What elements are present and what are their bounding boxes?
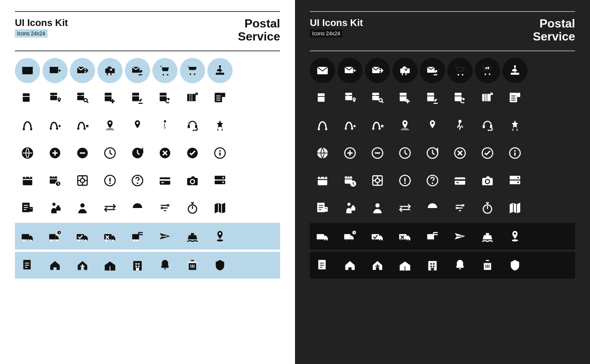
- svg-point-130: [80, 204, 84, 208]
- icon-map: [207, 195, 233, 221]
- light-title: UI Icons Kit: [15, 17, 68, 29]
- icon-route-arrow: [42, 113, 68, 138]
- icon-server: [207, 168, 233, 193]
- dark-title: UI Icons Kit: [310, 17, 363, 29]
- svg-rect-8: [110, 69, 112, 71]
- svg-point-151: [50, 240, 52, 242]
- svg-point-364: [514, 233, 516, 235]
- dark-icon-package-edit: [420, 85, 445, 111]
- icon-invoice: [15, 195, 40, 221]
- svg-rect-257: [483, 125, 485, 129]
- svg-point-247: [325, 128, 327, 130]
- svg-point-56: [77, 128, 80, 130]
- dark-icon-plus-circle: [337, 140, 363, 166]
- svg-rect-356: [427, 234, 434, 240]
- svg-rect-321: [352, 205, 354, 208]
- svg-point-57: [84, 128, 86, 130]
- icon-walking: [152, 113, 178, 138]
- svg-rect-238: [482, 94, 491, 101]
- svg-rect-25: [52, 94, 54, 95]
- icon-row-7: [15, 223, 280, 250]
- svg-rect-64: [195, 125, 197, 129]
- svg-point-341: [325, 240, 327, 242]
- dark-icon-shield: [502, 253, 528, 278]
- dark-icon-calendar-clock: [337, 168, 363, 193]
- svg-point-343: [345, 240, 347, 242]
- svg-point-16: [194, 74, 195, 75]
- svg-point-361: [431, 240, 434, 242]
- icon-minus-circle: [70, 140, 95, 166]
- svg-rect-282: [318, 177, 327, 185]
- svg-rect-342: [344, 234, 350, 240]
- svg-rect-375: [430, 263, 432, 265]
- svg-point-30: [84, 99, 87, 102]
- dark-icon-x-circle: [447, 140, 473, 166]
- icon-filter-settings: [152, 195, 178, 221]
- dark-icon-exclamation-circle: [392, 168, 418, 193]
- dark-icon-globe: [310, 140, 335, 166]
- dark-header: UI Icons Kit Icons 24x24 PostalService: [310, 11, 575, 43]
- icon-delivery-person: [42, 195, 68, 221]
- dark-icon-person: [365, 195, 390, 221]
- svg-rect-228: [401, 94, 403, 95]
- dark-icon-credit-card: [447, 168, 473, 193]
- svg-rect-207: [485, 68, 487, 69]
- light-icons-grid: [15, 58, 280, 279]
- icon-pin-location: [97, 113, 123, 138]
- dark-icon-bell: [447, 253, 473, 278]
- icon-check-circle: [180, 140, 205, 166]
- svg-point-152: [56, 240, 58, 242]
- dark-icon-row-2: [310, 85, 575, 111]
- svg-point-108: [109, 182, 111, 184]
- icon-fragile: [207, 113, 233, 138]
- svg-point-118: [222, 177, 224, 178]
- dark-icon-walking: [447, 113, 473, 138]
- svg-point-254: [404, 122, 406, 124]
- svg-rect-379: [431, 268, 434, 270]
- svg-rect-17: [216, 73, 224, 75]
- icon-exclamation-circle: [97, 168, 123, 193]
- svg-rect-124: [29, 207, 33, 212]
- dark-brand: PostalService: [533, 17, 575, 43]
- dark-icon-check-circle: [475, 140, 500, 166]
- icon-trash: [180, 253, 205, 278]
- svg-rect-111: [160, 178, 170, 185]
- svg-point-160: [105, 240, 107, 242]
- svg-line-31: [87, 102, 88, 103]
- icon-transfer: [97, 195, 123, 221]
- svg-point-249: [351, 128, 353, 130]
- dark-icon-location-pin: [502, 224, 528, 249]
- icon-edit-envelope: [125, 58, 150, 83]
- icon-row-1: [15, 58, 280, 83]
- dark-icon-package-search: [365, 85, 390, 111]
- dark-icon-clock-refresh: [420, 140, 445, 166]
- icon-package-settings: [70, 168, 95, 193]
- icon-mailbox: [97, 58, 123, 83]
- svg-point-209: [484, 74, 486, 75]
- svg-point-251: [379, 128, 381, 130]
- svg-point-169: [136, 240, 139, 242]
- dark-icon-row-5: [310, 168, 575, 193]
- dark-icon-stopwatch: [475, 195, 500, 221]
- dark-icon-info-circle: [502, 140, 528, 166]
- svg-point-148: [23, 240, 25, 242]
- dark-icon-pin-location: [392, 113, 418, 138]
- dark-icon-question-circle: [420, 168, 445, 193]
- dark-icon-mailbox: [392, 58, 418, 83]
- svg-rect-202: [405, 69, 407, 71]
- light-header-left: UI Icons Kit Icons 24x24: [15, 17, 68, 38]
- dark-icon-cart: [447, 58, 473, 83]
- svg-point-11: [163, 74, 164, 76]
- svg-point-365: [512, 240, 518, 242]
- svg-rect-208: [487, 67, 489, 69]
- svg-point-19: [219, 65, 221, 68]
- dark-icon-route-arrow: [337, 113, 363, 138]
- dark-icon-truck: [310, 224, 335, 249]
- dark-icon-package-return: [447, 85, 473, 111]
- svg-rect-186: [138, 266, 139, 267]
- icon-clock-refresh: [125, 140, 150, 166]
- icon-document: [15, 253, 40, 278]
- dark-icon-minus-circle: [365, 140, 390, 166]
- svg-line-225: [382, 102, 383, 103]
- svg-point-303: [432, 182, 433, 184]
